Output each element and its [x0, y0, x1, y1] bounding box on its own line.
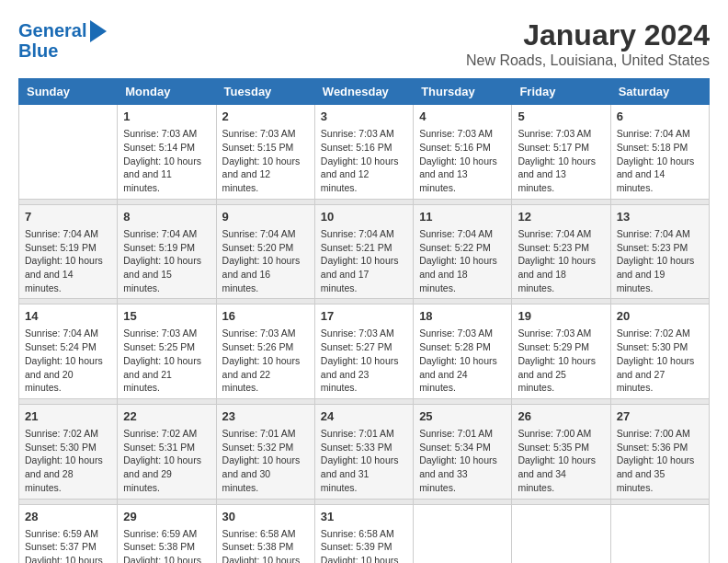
- sunset-text: Sunset: 5:20 PM: [222, 242, 294, 253]
- daylight-text-2: and and 15 minutes.: [123, 269, 172, 293]
- day-number: 17: [321, 308, 407, 325]
- daylight-text: Daylight: 10 hours: [518, 355, 596, 366]
- sunrise-text: Sunrise: 7:03 AM: [222, 327, 296, 339]
- page-header: General Blue January 2024 New Roads, Lou…: [18, 18, 710, 69]
- calendar-week-row-2: 7Sunrise: 7:04 AMSunset: 5:19 PMDaylight…: [19, 204, 710, 299]
- daylight-text-2: and and 16 minutes.: [222, 269, 271, 293]
- calendar-cell-w1-d3: 2Sunrise: 7:03 AMSunset: 5:15 PMDaylight…: [216, 105, 314, 200]
- calendar-cell-w1-d2: 1Sunrise: 7:03 AMSunset: 5:14 PMDaylight…: [118, 105, 216, 200]
- daylight-text: Daylight: 10 hours: [321, 555, 399, 563]
- day-number: 26: [518, 408, 604, 425]
- sunset-text: Sunset: 5:14 PM: [123, 142, 195, 153]
- sunrise-text: Sunrise: 7:04 AM: [321, 228, 394, 239]
- sunset-text: Sunset: 5:27 PM: [321, 341, 392, 352]
- sunset-text: Sunset: 5:32 PM: [222, 442, 294, 453]
- calendar-cell-w4-d7: 27Sunrise: 7:00 AMSunset: 5:36 PMDayligh…: [610, 404, 709, 499]
- calendar-cell-w5-d1: 28Sunrise: 6:59 AMSunset: 5:37 PMDayligh…: [19, 504, 118, 563]
- calendar-cell-w4-d6: 26Sunrise: 7:00 AMSunset: 5:35 PMDayligh…: [512, 404, 610, 499]
- daylight-text-2: and and 20 minutes.: [25, 369, 74, 394]
- daylight-text: Daylight: 10 hours: [123, 255, 201, 266]
- calendar-week-row-1: 1Sunrise: 7:03 AMSunset: 5:14 PMDaylight…: [19, 105, 710, 200]
- sunset-text: Sunset: 5:36 PM: [617, 442, 688, 453]
- logo: General Blue: [18, 18, 107, 62]
- page-title: January 2024: [466, 18, 710, 52]
- sunrise-text: Sunrise: 7:02 AM: [25, 428, 98, 439]
- daylight-text: Daylight: 10 hours: [518, 255, 596, 266]
- daylight-text: Daylight: 10 hours: [321, 255, 399, 266]
- sunrise-text: Sunrise: 7:03 AM: [123, 327, 197, 339]
- calendar-cell-w5-d4: 31Sunrise: 6:58 AMSunset: 5:39 PMDayligh…: [314, 504, 413, 563]
- sunrise-text: Sunrise: 7:04 AM: [419, 228, 493, 239]
- day-number: 10: [321, 209, 407, 225]
- sunset-text: Sunset: 5:28 PM: [419, 341, 491, 352]
- daylight-text-2: and and 28 minutes.: [25, 468, 74, 493]
- daylight-text: Daylight: 10 hours: [123, 355, 201, 366]
- calendar-cell-w4-d4: 24Sunrise: 7:01 AMSunset: 5:33 PMDayligh…: [314, 404, 413, 499]
- calendar-header-row: Sunday Monday Tuesday Wednesday Thursday…: [19, 79, 710, 105]
- sunrise-text: Sunrise: 7:03 AM: [518, 128, 591, 139]
- calendar-cell-w2-d4: 10Sunrise: 7:04 AMSunset: 5:21 PMDayligh…: [314, 204, 413, 299]
- daylight-text-2: and and 12 minutes.: [321, 168, 370, 193]
- calendar-cell-w5-d5: [414, 504, 512, 563]
- daylight-text: Daylight: 10 hours: [123, 155, 201, 167]
- daylight-text: Daylight: 10 hours: [25, 355, 103, 366]
- calendar-cell-w1-d7: 6Sunrise: 7:04 AMSunset: 5:18 PMDaylight…: [610, 105, 709, 200]
- calendar-cell-w3-d4: 17Sunrise: 7:03 AMSunset: 5:27 PMDayligh…: [314, 304, 413, 399]
- calendar-week-row-3: 14Sunrise: 7:04 AMSunset: 5:24 PMDayligh…: [19, 304, 710, 399]
- day-number: 15: [123, 308, 210, 325]
- header-monday: Monday: [118, 79, 216, 105]
- daylight-text-2: and and 13 minutes.: [419, 168, 468, 193]
- calendar-cell-w2-d6: 12Sunrise: 7:04 AMSunset: 5:23 PMDayligh…: [512, 204, 610, 299]
- daylight-text-2: and and 34 minutes.: [518, 468, 566, 493]
- sunrise-text: Sunrise: 7:04 AM: [617, 228, 690, 239]
- sunset-text: Sunset: 5:23 PM: [518, 242, 589, 253]
- header-friday: Friday: [512, 79, 610, 105]
- daylight-text: Daylight: 10 hours: [518, 155, 596, 167]
- daylight-text: Daylight: 10 hours: [617, 355, 695, 366]
- sunrise-text: Sunrise: 7:04 AM: [222, 228, 296, 239]
- daylight-text-2: and and 35 minutes.: [617, 468, 665, 493]
- daylight-text: Daylight: 10 hours: [419, 454, 497, 465]
- calendar-cell-w1-d5: 4Sunrise: 7:03 AMSunset: 5:16 PMDaylight…: [414, 105, 512, 200]
- sunset-text: Sunset: 5:34 PM: [419, 442, 491, 453]
- day-number: 19: [518, 308, 604, 325]
- sunset-text: Sunset: 5:29 PM: [518, 341, 589, 352]
- daylight-text: Daylight: 10 hours: [419, 355, 497, 366]
- daylight-text: Daylight: 10 hours: [419, 155, 497, 167]
- daylight-text-2: and and 18 minutes.: [419, 269, 468, 293]
- day-number: 5: [518, 109, 604, 125]
- daylight-text-2: and and 22 minutes.: [222, 369, 271, 394]
- sunrise-text: Sunrise: 7:04 AM: [25, 327, 98, 339]
- daylight-text-2: and and 25 minutes.: [518, 369, 566, 394]
- daylight-text: Daylight: 10 hours: [321, 454, 399, 465]
- sunrise-text: Sunrise: 7:03 AM: [419, 327, 493, 339]
- sunrise-text: Sunrise: 7:02 AM: [123, 428, 197, 439]
- day-number: 13: [617, 209, 703, 225]
- day-number: 9: [222, 209, 309, 225]
- daylight-text: Daylight: 10 hours: [419, 255, 497, 266]
- sunrise-text: Sunrise: 7:01 AM: [222, 428, 296, 439]
- daylight-text: Daylight: 10 hours: [25, 454, 103, 465]
- calendar-cell-w2-d2: 8Sunrise: 7:04 AMSunset: 5:19 PMDaylight…: [118, 204, 216, 299]
- day-number: 1: [123, 109, 210, 125]
- sunset-text: Sunset: 5:25 PM: [123, 341, 195, 352]
- logo-blue: Blue: [18, 40, 107, 62]
- sunrise-text: Sunrise: 7:03 AM: [123, 128, 197, 139]
- calendar-cell-w4-d5: 25Sunrise: 7:01 AMSunset: 5:34 PMDayligh…: [414, 404, 512, 499]
- daylight-text: Daylight: 10 hours: [222, 454, 301, 465]
- daylight-text-2: and and 11 minutes.: [123, 168, 172, 193]
- daylight-text: Daylight: 10 hours: [222, 155, 301, 167]
- sunrise-text: Sunrise: 7:04 AM: [518, 228, 591, 239]
- daylight-text-2: and and 31 minutes.: [321, 468, 370, 493]
- sunrise-text: Sunrise: 7:00 AM: [518, 428, 591, 439]
- daylight-text-2: and and 18 minutes.: [518, 269, 566, 293]
- calendar-cell-w1-d1: [19, 105, 118, 200]
- daylight-text: Daylight: 10 hours: [222, 255, 301, 266]
- calendar-cell-w4-d2: 22Sunrise: 7:02 AMSunset: 5:31 PMDayligh…: [118, 404, 216, 499]
- day-number: 23: [222, 408, 309, 425]
- sunrise-text: Sunrise: 6:59 AM: [123, 528, 197, 539]
- daylight-text-2: and and 33 minutes.: [419, 468, 468, 493]
- daylight-text-2: and and 27 minutes.: [617, 369, 665, 394]
- sunset-text: Sunset: 5:37 PM: [25, 541, 97, 552]
- title-block: January 2024 New Roads, Louisiana, Unite…: [466, 18, 710, 69]
